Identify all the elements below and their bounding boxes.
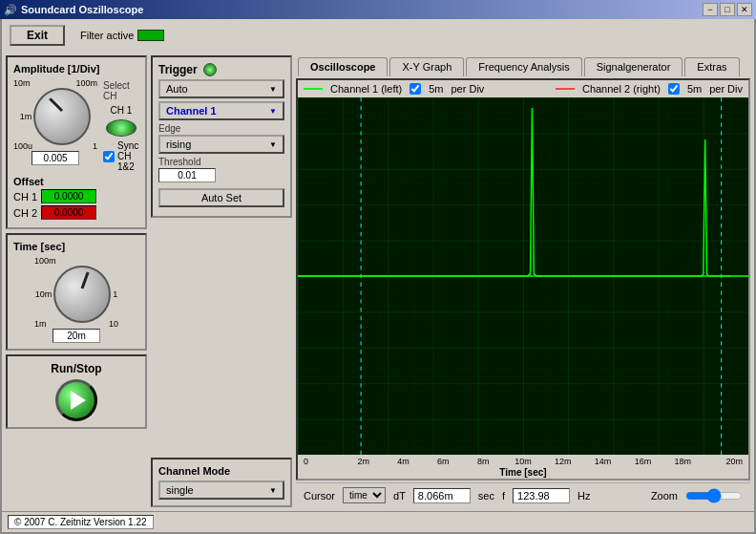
tabs-row: Oscilloscope X-Y Graph Frequency Analysi… xyxy=(296,55,750,76)
cursor-f-value: 123.98 xyxy=(513,488,570,503)
title-bar: 🔊 Soundcard Oszilloscope − □ ✕ xyxy=(0,0,756,19)
sync-row: Sync CH 1&2 xyxy=(103,140,139,172)
close-button[interactable]: ✕ xyxy=(737,3,752,16)
time-axis-labels: 0 2m 4m 6m 8m 10m 12m 14m 16m 18m 20m xyxy=(298,457,748,466)
time-axis-area: 0 2m 4m 6m 8m 10m 12m 14m 16m 18m 20m Ti… xyxy=(298,455,748,479)
bottom-bar: © 2007 C. Zeitnitz Version 1.22 xyxy=(2,511,754,532)
oscilloscope-grid xyxy=(298,97,748,455)
tab-extras[interactable]: Extras xyxy=(684,57,739,76)
oscilloscope-area: Channel 1 (left) 5m per Div Channel 2 (r… xyxy=(296,78,750,481)
time-unit-label: Time [sec] xyxy=(498,466,547,479)
ch2-checkbox[interactable] xyxy=(668,83,680,95)
tab-xy-graph[interactable]: X-Y Graph xyxy=(389,57,464,76)
trigger-channel-section: Channel 1 ▼ xyxy=(158,101,284,120)
filter-active: Filter active xyxy=(80,30,164,41)
chevron-down-icon-3: ▼ xyxy=(269,140,277,149)
zoom-slider[interactable] xyxy=(685,488,743,503)
filter-led xyxy=(137,30,164,41)
left-panel: Amplitude [1/Div] 10m 100m 1m xyxy=(6,55,147,507)
main-window: Exit Filter active Amplitude [1/Div] 10m… xyxy=(0,19,756,534)
title-bar-text: 🔊 Soundcard Oszilloscope xyxy=(4,4,143,16)
ch1-offset-row: CH 1 xyxy=(13,189,139,203)
scope-canvas[interactable] xyxy=(298,97,748,455)
time-panel: Time [sec] 100m 10m 1 1m 10 xyxy=(6,233,147,351)
maximize-button[interactable]: □ xyxy=(720,3,735,16)
ch2-offset-input[interactable] xyxy=(41,205,96,220)
edge-label: Edge xyxy=(158,123,284,134)
time-knob-wrap: 100m 10m 1 1m 10 xyxy=(13,256,139,343)
trigger-panel: Trigger Auto ▼ Channel 1 ▼ Edge xyxy=(151,55,292,218)
amplitude-label: Amplitude [1/Div] xyxy=(13,63,139,75)
ch2-offset-row: CH 2 xyxy=(13,205,139,220)
channel-mode-button[interactable]: single ▼ xyxy=(158,481,284,500)
sync-checkbox[interactable] xyxy=(103,151,115,162)
trigger-edge-button[interactable]: rising ▼ xyxy=(158,135,284,154)
amplitude-knob-wrap: 10m 100m 1m 100u 1 xyxy=(13,78,97,165)
tab-signal-generator[interactable]: Signalgenerator xyxy=(584,57,683,76)
top-bar: Exit Filter active xyxy=(2,19,754,52)
channel-mode-label: Channel Mode xyxy=(158,465,284,477)
app-icon: 🔊 xyxy=(4,4,17,16)
offset-label: Offset xyxy=(13,176,139,187)
ch1-line-indicator xyxy=(304,88,323,90)
threshold-label: Threshold xyxy=(158,157,284,167)
play-icon xyxy=(71,391,86,410)
trigger-mode-section: Auto ▼ xyxy=(158,79,284,98)
chevron-down-icon-2: ▼ xyxy=(269,107,277,116)
time-label: Time [sec] xyxy=(13,241,139,252)
cursor-row: Cursor time dT 8.066m sec f 123.98 Hz Zo… xyxy=(296,482,750,507)
ch1-indicator xyxy=(106,119,136,137)
select-ch-label: Select CH xyxy=(103,80,139,101)
run-stop-label: Run/Stop xyxy=(51,362,101,375)
trigger-mode-button[interactable]: Auto ▼ xyxy=(158,79,284,98)
channel-mode-panel: Channel Mode single ▼ xyxy=(151,458,292,507)
chevron-down-icon: ▼ xyxy=(269,85,277,94)
mid-panel: Trigger Auto ▼ Channel 1 ▼ Edge xyxy=(151,55,292,507)
trigger-edge-section: Edge rising ▼ xyxy=(158,123,284,154)
trigger-led xyxy=(203,63,217,76)
chevron-down-icon-4: ▼ xyxy=(269,486,277,495)
ch1-checkbox[interactable] xyxy=(410,83,421,95)
title-bar-controls: − □ ✕ xyxy=(703,3,752,16)
copyright-text: © 2007 C. Zeitnitz Version 1.22 xyxy=(8,515,154,529)
ch1-offset-input[interactable] xyxy=(41,189,96,203)
auto-set-button[interactable]: Auto Set xyxy=(158,188,284,207)
trigger-threshold-section: Threshold xyxy=(158,157,284,182)
exit-button[interactable]: Exit xyxy=(10,25,65,46)
amplitude-value-input[interactable] xyxy=(32,151,79,165)
right-panel: Oscilloscope X-Y Graph Frequency Analysi… xyxy=(296,55,750,507)
run-stop-panel: Run/Stop xyxy=(6,354,147,429)
cursor-type-select[interactable]: time xyxy=(343,487,386,503)
trigger-channel-button[interactable]: Channel 1 ▼ xyxy=(158,101,284,120)
threshold-input[interactable] xyxy=(158,168,216,182)
cursor-dt-value: 8.066m xyxy=(413,488,471,503)
time-value-input[interactable] xyxy=(52,329,100,343)
run-stop-button[interactable] xyxy=(55,379,97,421)
channel-row: Channel 1 (left) 5m per Div Channel 2 (r… xyxy=(298,80,748,97)
minimize-button[interactable]: − xyxy=(703,3,718,16)
time-knob[interactable] xyxy=(53,266,111,323)
trigger-header: Trigger xyxy=(158,63,284,76)
ch2-line-indicator xyxy=(556,88,575,90)
tab-oscilloscope[interactable]: Oscilloscope xyxy=(298,57,388,76)
tab-frequency-analysis[interactable]: Frequency Analysis xyxy=(466,57,581,76)
content-area: Amplitude [1/Div] 10m 100m 1m xyxy=(2,52,754,511)
amplitude-panel: Amplitude [1/Div] 10m 100m 1m xyxy=(6,55,147,229)
ch1-label: CH 1 xyxy=(111,105,133,116)
amplitude-knob[interactable] xyxy=(33,88,91,145)
